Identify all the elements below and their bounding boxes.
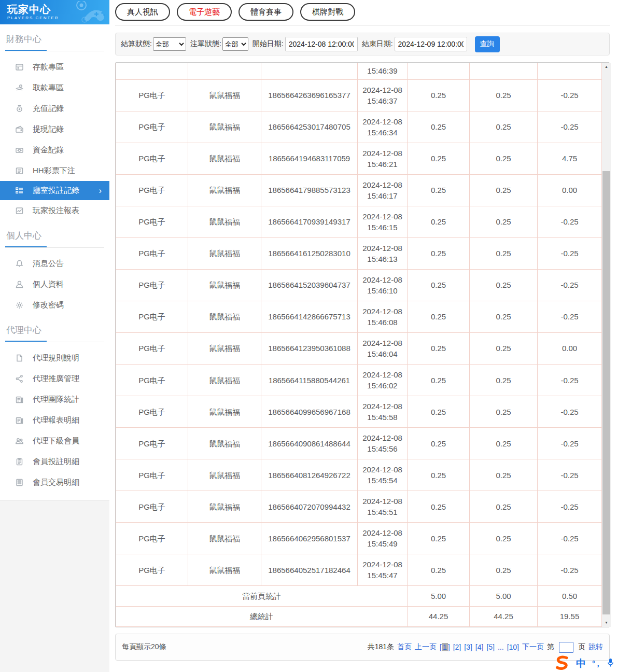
next-page-link[interactable]: 下一页 (522, 642, 544, 652)
sidebar-item-label: 提現記錄 (33, 124, 109, 134)
sidebar-item-label: 個人資料 (33, 279, 109, 289)
provider-cell: PG电子 (116, 459, 188, 491)
scroll-down-arrow-icon[interactable]: ▼ (602, 619, 611, 627)
bet-cell: 0.25 (408, 554, 470, 586)
page-link[interactable]: [10] (507, 643, 519, 651)
settle-status-label: 結算狀態: (121, 39, 152, 49)
game-cell: 鼠鼠福福 (188, 523, 261, 554)
sidebar-item[interactable]: 資金記錄 (0, 139, 109, 160)
profit-cell: -0.25 (538, 206, 602, 237)
doc-icon (15, 354, 24, 362)
sidebar-item[interactable]: 代理規則說明 (0, 347, 109, 368)
order-id-cell: 1865664099656967168 (261, 396, 358, 428)
table-row: PG电子鼠鼠福福18656640996569671682024-12-08 15… (116, 396, 602, 428)
scrollbar-thumb[interactable] (602, 171, 610, 614)
bet-cell: 0.25 (408, 491, 470, 523)
time-cell: 2024-12-08 15:46:17 (358, 174, 408, 206)
game-cell: 鼠鼠福福 (188, 491, 261, 523)
ime-language-indicator[interactable]: 中 (576, 657, 586, 670)
profit-cell: -0.25 (538, 396, 602, 428)
sidebar-item[interactable]: 玩家投注報表 (0, 200, 109, 221)
time-cell: 15:46:39 (358, 63, 408, 79)
order-status-select[interactable]: 全部 (222, 37, 248, 51)
sidebar-item[interactable]: 存款專區 (0, 57, 109, 77)
sidebar-item[interactable]: 修改密碼 (0, 295, 109, 315)
section-title: 代理中心 (0, 315, 109, 336)
sidebar-item[interactable]: 個人資料 (0, 274, 109, 295)
sidebar-item[interactable]: 會員投註明細 (0, 451, 109, 472)
jump-prefix-label: 第 (547, 642, 554, 652)
jump-page-input[interactable] (559, 642, 573, 653)
jump-button[interactable]: 跳转 (588, 642, 603, 652)
tab-active[interactable]: 電子遊藝 (177, 3, 232, 21)
game-cell: 鼠鼠福福 (188, 237, 261, 269)
sidebar: 玩家中心 PLAYERS CENTER 財務中心存款專區取款專區充值記錄提現記錄… (0, 0, 109, 672)
time-cell: 2024-12-08 15:45:56 (358, 428, 408, 459)
table-row: PG电子鼠鼠福福18656641709391493172024-12-08 15… (116, 206, 602, 237)
bet-cell: 0.25 (408, 523, 470, 554)
per-page-label: 每頁顯示20條 (122, 642, 166, 652)
game-cell: 鼠鼠福福 (188, 332, 261, 364)
ime-punctuation-indicator[interactable]: °， (592, 659, 601, 669)
sidebar-item[interactable]: 會員交易明細 (0, 472, 109, 493)
hand-coin-icon (15, 83, 24, 92)
sogou-logo-icon[interactable] (554, 655, 570, 672)
profit-cell: 4.75 (538, 143, 602, 174)
table-row: PG电子鼠鼠福福18656640629568015372024-12-08 15… (116, 523, 602, 554)
sidebar-item[interactable]: 提現記錄 (0, 119, 109, 139)
page-link[interactable]: [3] (464, 643, 472, 651)
sidebar-item-label: 充值記錄 (33, 104, 109, 114)
table-row: PG电子鼠鼠福福18656641798855731232024-12-08 15… (116, 174, 602, 206)
order-id-cell: 1865664052517182464 (261, 554, 358, 586)
page-link[interactable]: [2] (453, 643, 461, 651)
page-link[interactable]: [4] (475, 643, 484, 651)
tab-item[interactable]: 棋牌對戰 (300, 3, 355, 21)
person-icon (15, 280, 24, 289)
sidebar-item[interactable]: 消息公告 (0, 253, 109, 274)
sidebar-item[interactable]: 取款專區 (0, 77, 109, 98)
valid-bet-cell: 0.25 (470, 428, 538, 459)
tab-item[interactable]: 體育賽事 (239, 3, 293, 21)
summary-value-cell: 19.55 (538, 606, 602, 626)
tab-item[interactable]: 真人視訊 (115, 3, 170, 21)
provider-cell: PG电子 (116, 174, 188, 206)
summary-label-cell: 當前頁統計 (116, 586, 408, 606)
sidebar-item[interactable]: HH彩票下注 (0, 160, 109, 181)
table-scrollbar[interactable]: ▲ ▼ (602, 63, 611, 627)
sidebar-item-label: HH彩票下注 (33, 166, 109, 176)
provider-cell: PG电子 (116, 428, 188, 459)
page-link-current[interactable]: [1] (440, 643, 450, 651)
bet-cell: 0.25 (408, 332, 470, 364)
bet-cell: 0.25 (408, 79, 470, 111)
sidebar-item[interactable]: 廳室投註記錄› (0, 181, 109, 200)
sidebar-item[interactable]: 代理推廣管理 (0, 368, 109, 389)
page-link[interactable]: [5] (486, 643, 495, 651)
microphone-icon[interactable] (607, 658, 614, 669)
provider-cell: PG电子 (116, 364, 188, 396)
provider-cell: PG电子 (116, 554, 188, 586)
end-date-input[interactable] (395, 37, 467, 51)
sidebar-item[interactable]: 代理團隊統計 (0, 389, 109, 410)
bet-cell: 0.25 (408, 396, 470, 428)
users-icon (15, 437, 24, 445)
sidebar-item[interactable]: 代理下級會員 (0, 430, 109, 451)
first-page-link[interactable]: 首页 (397, 642, 412, 652)
order-id-cell: 1865664152039604737 (261, 269, 358, 301)
sidebar-item[interactable]: 充值記錄 (0, 98, 109, 119)
time-cell: 2024-12-08 15:46:08 (358, 301, 408, 332)
valid-bet-cell: 0.25 (470, 523, 538, 554)
sidebar-item-label: 資金記錄 (33, 145, 109, 155)
settle-status-select[interactable]: 全部 (153, 37, 186, 51)
prev-page-link[interactable]: 上一页 (415, 642, 437, 652)
provider-cell (116, 63, 188, 79)
chart-doc-icon (15, 416, 24, 425)
start-date-input[interactable] (285, 37, 358, 51)
game-cell: 鼠鼠福福 (188, 364, 261, 396)
sidebar-item[interactable]: 代理報表明細 (0, 410, 109, 430)
scroll-up-arrow-icon[interactable]: ▲ (602, 63, 611, 71)
game-cell: 鼠鼠福福 (188, 111, 261, 143)
valid-bet-cell: 0.25 (470, 396, 538, 428)
search-button[interactable]: 查詢 (475, 36, 500, 52)
time-cell: 2024-12-08 15:46:37 (358, 79, 408, 111)
sidebar-item-label: 玩家投注報表 (33, 206, 109, 216)
